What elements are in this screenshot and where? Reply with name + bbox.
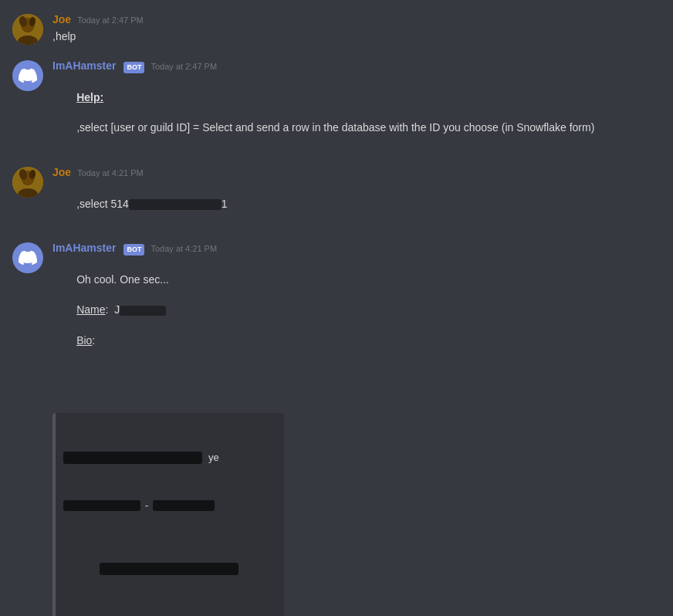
message-group-1: Joe Today at 2:47 PM ,help bbox=[0, 6, 673, 51]
redacted-embed-2a bbox=[63, 500, 140, 511]
discord-icon-2 bbox=[19, 249, 37, 267]
message-text-2: Help: ,select [user or guild ID] = Selec… bbox=[52, 76, 661, 151]
bot-tag-2: BOT bbox=[123, 244, 144, 256]
message-group-2: ImAHamster BOT Today at 2:47 PM Help: ,s… bbox=[0, 52, 673, 157]
timestamp-4: Today at 4:21 PM bbox=[150, 243, 217, 255]
redacted-name bbox=[120, 306, 166, 316]
message-header-1: Joe Today at 2:47 PM bbox=[52, 12, 661, 28]
avatar-joe-2 bbox=[12, 167, 43, 198]
one-sec-text: Oh cool. One sec... bbox=[76, 273, 169, 286]
message-header-3: Joe Today at 4:21 PM bbox=[52, 165, 661, 181]
message-content-1: Joe Today at 2:47 PM ,help bbox=[52, 12, 661, 45]
embed-dash: - bbox=[145, 499, 148, 513]
username-bot: ImAHamster bbox=[52, 59, 116, 74]
message-content-4: ImAHamster BOT Today at 4:21 PM Oh cool.… bbox=[52, 241, 661, 616]
redacted-id bbox=[129, 199, 222, 210]
timestamp-3: Today at 4:21 PM bbox=[77, 168, 144, 179]
message-text-1: ,help bbox=[52, 29, 661, 45]
bot-avatar-2 bbox=[12, 242, 43, 273]
help-description: = Select and send a row in the database … bbox=[190, 121, 594, 134]
message-content-2: ImAHamster BOT Today at 2:47 PM Help: ,s… bbox=[52, 59, 661, 151]
message-text-3: ,select 5141 bbox=[52, 181, 661, 227]
redacted-embed-2b bbox=[153, 500, 215, 511]
message-content-3: Joe Today at 4:21 PM ,select 5141 bbox=[52, 165, 661, 227]
avatar bbox=[12, 14, 43, 45]
embed-row-3 bbox=[63, 546, 276, 596]
redacted-embed-3 bbox=[100, 563, 238, 575]
embed-text-ye: ye bbox=[208, 451, 219, 465]
user-embed: ye - bbox=[52, 413, 284, 616]
embed-row-2: - bbox=[63, 499, 276, 513]
help-header: Help: bbox=[76, 91, 103, 103]
messages-container: Joe Today at 2:47 PM ,help ImAHamster BO… bbox=[0, 0, 673, 616]
message-header-2: ImAHamster BOT Today at 2:47 PM bbox=[52, 59, 661, 74]
timestamp-1: Today at 2:47 PM bbox=[77, 15, 144, 26]
bot-avatar bbox=[12, 60, 43, 91]
message-group-4: ImAHamster BOT Today at 4:21 PM Oh cool.… bbox=[0, 235, 673, 616]
bot-tag: BOT bbox=[123, 62, 144, 73]
username-joe-2: Joe bbox=[52, 165, 71, 181]
bio-label: Bio bbox=[76, 334, 92, 347]
username-bot-2: ImAHamster bbox=[52, 241, 116, 256]
help-command: ,select [user or guild ID] bbox=[76, 121, 190, 134]
discord-icon bbox=[19, 66, 37, 85]
username-joe: Joe bbox=[52, 12, 71, 28]
embed-row-1: ye bbox=[63, 450, 276, 465]
message-text-4: Oh cool. One sec... Name: J Bio: ye - bbox=[52, 258, 661, 616]
redacted-embed-1 bbox=[63, 452, 202, 464]
message-group-3: Joe Today at 4:21 PM ,select 5141 bbox=[0, 159, 673, 233]
timestamp-2: Today at 2:47 PM bbox=[150, 61, 217, 73]
message-header-4: ImAHamster BOT Today at 4:21 PM bbox=[52, 241, 661, 256]
name-label: Name bbox=[76, 303, 105, 316]
